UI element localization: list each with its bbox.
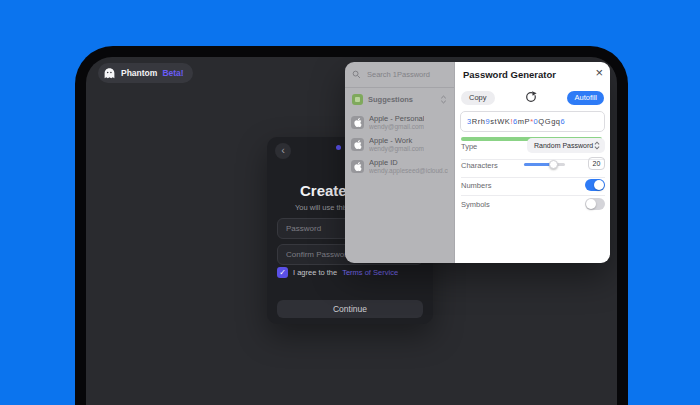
slider-thumb[interactable] [549,160,558,169]
device-frame: Phantom Beta! ‹ Create a You will use th… [75,46,628,405]
generated-password-field[interactable]: 3Rrh9stWK!6mP*0QGgq6 [460,111,605,132]
onepassword-popup: Suggestions Apple - Personal wendy@gmai [345,62,610,263]
onepassword-list-panel: Suggestions Apple - Personal wendy@gmai [345,62,455,263]
search-icon [352,70,361,79]
agree-label: I agree to the [293,268,337,277]
collapse-chevron-icon[interactable] [440,95,447,104]
password-type-select[interactable]: Random Password [527,138,605,153]
beta-badge: Beta! [162,68,183,78]
suggestions-label: Suggestions [368,95,413,104]
suggestion-subtitle: wendy.appleseed@icloud.com [369,167,448,175]
close-icon: × [595,65,603,80]
toggle-knob [594,180,604,190]
terms-checkbox[interactable]: ✓ [277,267,288,278]
characters-value[interactable]: 20 [588,157,605,170]
characters-label: Characters [461,161,498,170]
apple-icon [351,160,364,173]
suggestion-title: Apple - Personal [369,114,424,123]
divider [461,159,605,160]
search-input[interactable] [365,69,445,80]
suggestion-title: Apple - Work [369,136,424,145]
generator-title: Password Generator [463,69,556,80]
check-icon: ✓ [279,268,286,277]
toggle-knob [586,199,596,209]
suggestion-title: Apple ID [369,158,448,167]
suggestions-icon [352,94,363,105]
type-label: Type [461,142,477,151]
suggestion-item[interactable]: Apple - Personal wendy@gmail.com [345,111,454,133]
numbers-label: Numbers [461,181,491,190]
progress-dot [336,145,341,150]
symbols-label: Symbols [461,200,490,209]
generated-password: 3Rrh9stWK!6mP*0QGgq6 [467,117,565,126]
password-generator-panel: Password Generator × Copy Autofill 3Rrh9… [455,62,610,263]
refresh-icon[interactable] [525,91,537,103]
suggestion-item[interactable]: Apple - Work wendy@gmail.com [345,133,454,155]
terms-agreement-row: ✓ I agree to the Terms of Service [277,267,398,278]
autofill-button[interactable]: Autofill [567,91,604,105]
suggestion-subtitle: wendy@gmail.com [369,145,424,153]
close-button[interactable]: × [595,65,603,80]
type-value: Random Password [534,142,593,149]
numbers-toggle[interactable] [585,179,605,191]
search-bar [345,62,454,88]
apple-icon [351,138,364,151]
suggestions-header[interactable]: Suggestions [345,89,454,109]
suggestion-subtitle: wendy@gmail.com [369,123,424,131]
select-chevrons-icon [594,141,600,150]
page-background: Phantom Beta! ‹ Create a You will use th… [0,0,700,405]
apple-icon [351,116,364,129]
suggestion-item[interactable]: Apple ID wendy.appleseed@icloud.com [345,155,454,177]
app-screen: Phantom Beta! ‹ Create a You will use th… [86,57,617,405]
phantom-brand-pill: Phantom Beta! [98,63,193,83]
brand-name: Phantom [121,68,157,78]
ghost-icon [103,67,116,80]
back-chevron-icon: ‹ [281,144,285,156]
divider [461,195,605,196]
copy-button[interactable]: Copy [461,91,495,105]
symbols-toggle[interactable] [585,198,605,210]
modal-subtitle: You will use this [295,203,348,212]
terms-of-service-link[interactable]: Terms of Service [342,268,398,277]
characters-slider[interactable] [524,163,565,166]
continue-button[interactable]: Continue [277,300,423,318]
divider [461,177,605,178]
back-button[interactable]: ‹ [275,143,291,159]
